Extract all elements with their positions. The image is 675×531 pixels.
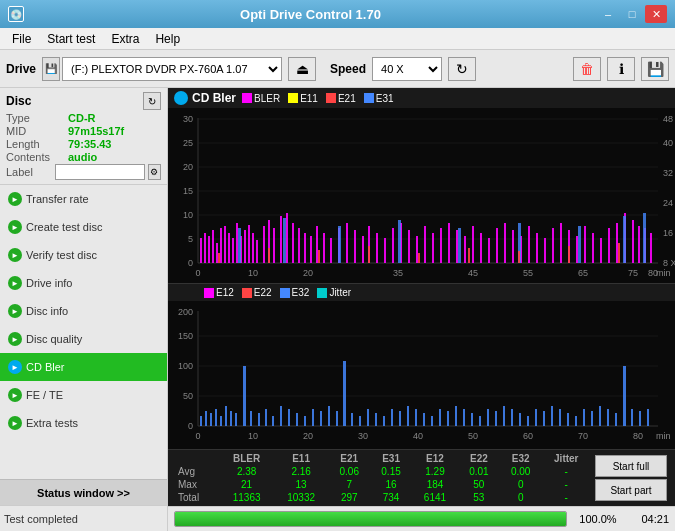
cell-total-e22: 53	[458, 491, 500, 504]
cell-max-e32: 0	[500, 478, 542, 491]
disc-length-row: Length 79:35.43	[6, 138, 161, 150]
svg-rect-107	[643, 213, 646, 263]
save-button[interactable]: 💾	[641, 57, 669, 81]
chart2-legend: E12 E22 E32 Jitter	[204, 287, 351, 298]
maximize-button[interactable]: □	[621, 5, 643, 23]
sidebar-item-label: Disc info	[26, 305, 68, 317]
svg-rect-70	[432, 233, 434, 263]
sidebar-item-disc-info[interactable]: ► Disc info	[0, 297, 167, 325]
svg-text:0: 0	[188, 421, 193, 431]
row-label-max: Max	[172, 478, 219, 491]
svg-rect-63	[376, 233, 378, 263]
erase-button[interactable]: 🗑	[573, 57, 601, 81]
svg-rect-193	[623, 366, 626, 426]
sidebar-item-verify-test-disc[interactable]: ► Verify test disc	[0, 241, 167, 269]
svg-rect-32	[204, 233, 206, 263]
legend-bler: BLER	[242, 93, 280, 104]
svg-rect-102	[398, 220, 401, 263]
sidebar-item-drive-info[interactable]: ► Drive info	[0, 269, 167, 297]
col-header-e11: E11	[274, 452, 329, 465]
sidebar-item-label: Verify test disc	[26, 249, 97, 261]
svg-rect-172	[455, 406, 457, 426]
svg-rect-53	[304, 233, 306, 263]
svg-rect-108	[218, 253, 220, 263]
svg-rect-112	[418, 253, 420, 263]
col-header-e32: E32	[500, 452, 542, 465]
chart2-svg: 0 50 100 150 200 0 10 20 30 40 50 60 70 …	[168, 301, 675, 449]
sidebar-item-transfer-rate[interactable]: ► Transfer rate	[0, 185, 167, 213]
svg-rect-49	[280, 216, 282, 263]
svg-text:10: 10	[248, 268, 258, 278]
menu-bar: File Start test Extra Help	[0, 28, 675, 50]
chart1-svg: 0 5 10 15 20 25 30 0 10 20 35 45 55 65 7…	[168, 108, 675, 283]
svg-rect-46	[263, 226, 265, 263]
drive-select[interactable]: (F:) PLEXTOR DVDR PX-760A 1.07	[62, 57, 282, 81]
status-window-button[interactable]: Status window >>	[0, 479, 167, 505]
cell-total-jitter: -	[542, 491, 591, 504]
svg-rect-186	[567, 413, 569, 426]
cell-max-jitter: -	[542, 478, 591, 491]
cell-max-e11: 13	[274, 478, 329, 491]
cell-max-e21: 7	[328, 478, 370, 491]
svg-rect-76	[480, 233, 482, 263]
legend-e22: E22	[242, 287, 272, 298]
svg-rect-89	[584, 226, 586, 263]
start-full-button[interactable]: Start full	[595, 455, 667, 477]
menu-extra[interactable]: Extra	[103, 30, 147, 48]
refresh-button[interactable]: ↻	[448, 57, 476, 81]
svg-rect-178	[503, 406, 505, 426]
chart1-title: CD Bler	[192, 91, 236, 105]
cell-avg-e11: 2.16	[274, 465, 329, 478]
disc-mid-row: MID 97m15s17f	[6, 125, 161, 137]
cell-avg-jitter: -	[542, 465, 591, 478]
svg-text:10: 10	[183, 210, 193, 220]
svg-rect-144	[235, 413, 237, 426]
drive-icon: 💾	[42, 57, 60, 81]
cell-avg-e21: 0.06	[328, 465, 370, 478]
svg-rect-67	[408, 230, 410, 263]
svg-rect-167	[415, 409, 417, 426]
svg-text:35: 35	[393, 268, 403, 278]
cd-bler-icon: ►	[8, 360, 22, 374]
svg-rect-113	[468, 248, 470, 263]
sidebar-item-fe-te[interactable]: ► FE / TE	[0, 381, 167, 409]
menu-start-test[interactable]: Start test	[39, 30, 103, 48]
col-header-e21: E21	[328, 452, 370, 465]
progress-bar-fill	[175, 512, 566, 526]
cell-avg-e22: 0.01	[458, 465, 500, 478]
status-text: Test completed	[4, 513, 84, 525]
sidebar-item-disc-quality[interactable]: ► Disc quality	[0, 325, 167, 353]
menu-help[interactable]: Help	[147, 30, 188, 48]
sidebar-item-cd-bler[interactable]: ► CD Bler	[0, 353, 167, 381]
info-button[interactable]: ℹ	[607, 57, 635, 81]
svg-rect-155	[320, 411, 322, 426]
disc-label-settings-icon[interactable]: ⚙	[148, 164, 161, 180]
disc-label-input[interactable]	[55, 164, 145, 180]
svg-rect-148	[265, 409, 267, 426]
minimize-button[interactable]: –	[597, 5, 619, 23]
svg-rect-173	[463, 409, 465, 426]
svg-text:5: 5	[188, 234, 193, 244]
action-buttons: Start full Start part	[591, 453, 671, 503]
eject-button[interactable]: ⏏	[288, 57, 316, 81]
start-part-button[interactable]: Start part	[595, 479, 667, 501]
close-button[interactable]: ✕	[645, 5, 667, 23]
cell-total-e31: 734	[370, 491, 412, 504]
sidebar-item-extra-tests[interactable]: ► Extra tests	[0, 409, 167, 437]
svg-rect-54	[310, 236, 312, 263]
svg-rect-174	[471, 413, 473, 426]
bottom-data-row: BLER E11 E21 E31 E12 E22 E32 Jitter Avg	[168, 450, 675, 506]
disc-refresh-button[interactable]: ↻	[143, 92, 161, 110]
sidebar-item-label: CD Bler	[26, 361, 65, 373]
svg-rect-31	[200, 238, 202, 263]
col-header-e12: E12	[412, 452, 458, 465]
svg-rect-33	[208, 236, 210, 263]
sidebar-item-label: Create test disc	[26, 221, 102, 233]
svg-rect-168	[423, 413, 425, 426]
svg-rect-99	[238, 228, 241, 263]
sidebar-item-create-test-disc[interactable]: ► Create test disc	[0, 213, 167, 241]
speed-select[interactable]: 8 X16 X24 X32 X40 X48 X	[372, 57, 442, 81]
svg-rect-95	[632, 220, 634, 263]
menu-file[interactable]: File	[4, 30, 39, 48]
legend-e32: E32	[280, 287, 310, 298]
